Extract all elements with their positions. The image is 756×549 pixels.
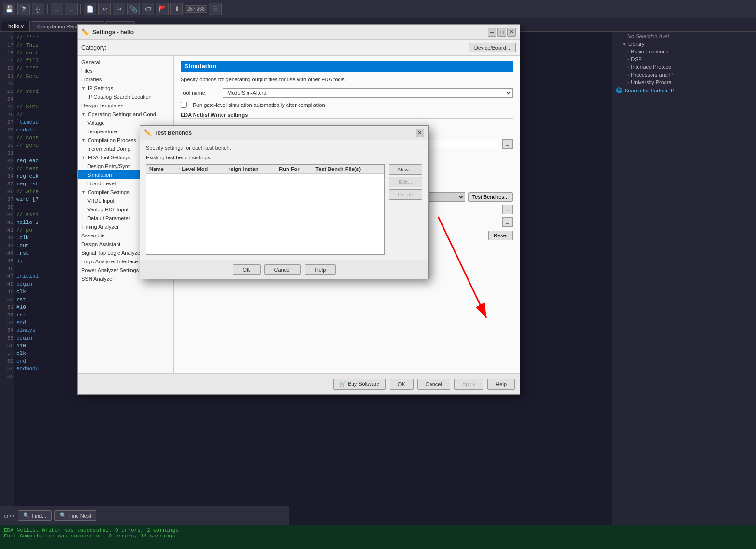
braces-btn[interactable]: {}	[32, 3, 44, 15]
no-selection-label: No Selection Avai	[627, 33, 669, 39]
arrow-btn[interactable]: ⬇	[170, 3, 183, 15]
cat-ip-catalog[interactable]: IP Catalog Search Location	[78, 92, 173, 101]
processors-item[interactable]: › Processors and P	[614, 71, 754, 78]
cat-general-label: General	[81, 59, 100, 65]
reset-btn[interactable]: Reset	[488, 231, 513, 240]
tool-name-row: Tool name: ModelSim-Altera	[181, 88, 513, 98]
cat-simulation-label: Simulation	[87, 172, 112, 178]
tb-content: Name ↑ Level Mod ↑sign Instan Run For Te…	[146, 164, 422, 255]
testbench-dialog: ✏️ Test Benches ✕ Specify settings for e…	[140, 125, 429, 279]
find-next-button[interactable]: 🔍 Find Next	[54, 510, 96, 521]
unindent-btn[interactable]: ≡	[65, 3, 78, 15]
tag-btn[interactable]: 🏷	[142, 3, 154, 15]
cat-ip-settings[interactable]: ▼ IP Settings	[78, 84, 173, 92]
cat-design-entry-label: Design Entry/Synt	[87, 163, 130, 169]
settings-titlebar: ✏️ Settings - hello ─ □ ✕	[78, 25, 520, 40]
cat-operating-settings-label: Operating Settings and Cond	[88, 111, 156, 117]
tab-hello-v[interactable]: hello.v	[2, 21, 30, 31]
cp-arrow: ▼	[81, 138, 86, 143]
tb-cancel-btn[interactable]: Cancel	[264, 264, 301, 275]
settings-cancel-btn[interactable]: Cancel	[417, 379, 450, 390]
find-button[interactable]: 🔍 Find...	[18, 510, 52, 521]
settings-ok-btn[interactable]: OK	[390, 379, 414, 390]
tb-titlebar: ✏️ Test Benches ✕	[140, 126, 428, 140]
redo-btn[interactable]: ↪	[113, 3, 125, 15]
col-level-mod: ↑ Level Mod	[175, 165, 225, 174]
cat-voltage-label: Voltage	[87, 120, 105, 126]
code-editor[interactable]: 1617181920 2122232425 2627282930 3132333…	[0, 32, 77, 506]
cat-files[interactable]: Files	[78, 66, 173, 75]
cat-incremental-label: Incremental Comp	[87, 146, 130, 152]
library-item[interactable]: ▼ Library	[614, 40, 754, 48]
cat-general[interactable]: General	[78, 58, 173, 66]
basic-functions-item[interactable]: › Basic Functions	[614, 48, 754, 55]
cat-board-level-label: Board-Level	[87, 181, 116, 186]
settings-title-text: Settings - hello	[92, 29, 485, 36]
eda-browse-btn[interactable]: ...	[502, 139, 513, 149]
status-line2: Full Compilation was successful. 0 error…	[4, 533, 752, 539]
globe-icon: 🌐	[616, 87, 623, 93]
cat-design-templates-label: Design Templates	[81, 103, 123, 108]
flag-btn[interactable]: 🚩	[156, 3, 169, 15]
gate-sim-checkbox[interactable]	[181, 102, 187, 108]
cat-vhdl-label: VHDL Input	[87, 198, 114, 204]
settings-apply-btn[interactable]: Apply	[454, 379, 484, 390]
category-label: Category:	[81, 44, 106, 51]
cat-ip-settings-label: IP Settings	[88, 85, 113, 91]
find-toolbar: er>> 🔍 Find... 🔍 Find Next	[0, 506, 289, 525]
dsp-item[interactable]: › DSP	[614, 55, 754, 63]
cat-temperature-label: Temperature	[87, 129, 117, 134]
cat-design-templates[interactable]: Design Templates	[78, 101, 173, 110]
tb-delete-btn[interactable]: Delete	[389, 189, 422, 200]
attach-btn[interactable]: 📎	[127, 3, 140, 15]
cat-timing-label: Timing Analyzer	[81, 224, 119, 230]
buy-software-btn[interactable]: 🛒 🛒 Buy SoftwareBuy Software	[333, 379, 385, 390]
cat-ip-catalog-label: IP Catalog Search Location	[87, 94, 152, 100]
search-partner-item[interactable]: 🌐 Search for Partner IP	[614, 86, 754, 94]
test-benches-button[interactable]: Test Benches...	[468, 192, 513, 202]
cat-assembler-label: Assembler	[81, 233, 106, 238]
settings-help-btn[interactable]: Help	[487, 379, 515, 390]
tb-new-btn[interactable]: New...	[389, 164, 422, 175]
eda-arrow: ▼	[81, 155, 86, 160]
tb-existing-label: Existing test bench settings:	[146, 155, 422, 160]
binoculars-btn[interactable]: 🔭	[17, 3, 30, 15]
list-btn[interactable]: ☰	[209, 3, 222, 15]
device-board-button[interactable]: Device/Board...	[469, 43, 516, 52]
tb-close-btn[interactable]: ✕	[416, 129, 424, 137]
settings-minimize-btn[interactable]: ─	[488, 28, 496, 37]
undo-btn[interactable]: ↩	[98, 3, 111, 15]
dsp-label: DSP	[631, 56, 642, 62]
settings-close-btn[interactable]: ✕	[507, 28, 516, 37]
script-sim-browse[interactable]: ...	[502, 205, 513, 214]
col-sign-instan: ↑sign Instan	[225, 165, 276, 174]
tb-title-icon: ✏️	[144, 129, 152, 136]
cat-power-analyzer-label: Power Analyzer Settings	[81, 267, 139, 273]
file-btn[interactable]: 📄	[84, 3, 96, 15]
cat-libraries[interactable]: Libraries	[78, 75, 173, 84]
bf-arrow: ›	[627, 49, 629, 54]
proc-arrow: ›	[627, 72, 629, 78]
settings-maximize-btn[interactable]: □	[497, 28, 506, 37]
library-label: Library	[628, 41, 645, 47]
find-prefix-text: er>>	[4, 513, 15, 519]
tb-table-area[interactable]: Name ↑ Level Mod ↑sign Instan Run For Te…	[146, 164, 385, 255]
section-header: Simulation	[181, 61, 513, 72]
tool-name-select[interactable]: ModelSim-Altera	[223, 88, 513, 98]
script-compile-browse[interactable]: ...	[502, 217, 513, 227]
indent-btn[interactable]: ≡	[51, 3, 63, 15]
tb-edit-btn[interactable]: Edit...	[389, 177, 422, 187]
tb-ok-btn[interactable]: OK	[233, 264, 261, 275]
interface-protocols-item[interactable]: › Interface Protoco	[614, 63, 754, 71]
basic-functions-label: Basic Functions	[631, 49, 668, 54]
tb-help-btn[interactable]: Help	[305, 264, 336, 275]
cat-operating-settings[interactable]: ▼ Operating Settings and Cond	[78, 110, 173, 118]
university-item[interactable]: › University Progra	[614, 78, 754, 86]
status-bar: EDA Netlist Writer was successful. 0 err…	[0, 525, 756, 549]
ip-catalog-panel: ▼ Installed IP ▼ Project Directory No Se…	[612, 0, 756, 549]
dsp-arrow: ›	[627, 57, 629, 62]
cs-arrow: ▼	[81, 190, 86, 195]
save-btn[interactable]: 💾	[3, 3, 15, 15]
tb-title-text: Test Benches	[155, 130, 413, 136]
coord-display: 267 268	[185, 5, 207, 13]
